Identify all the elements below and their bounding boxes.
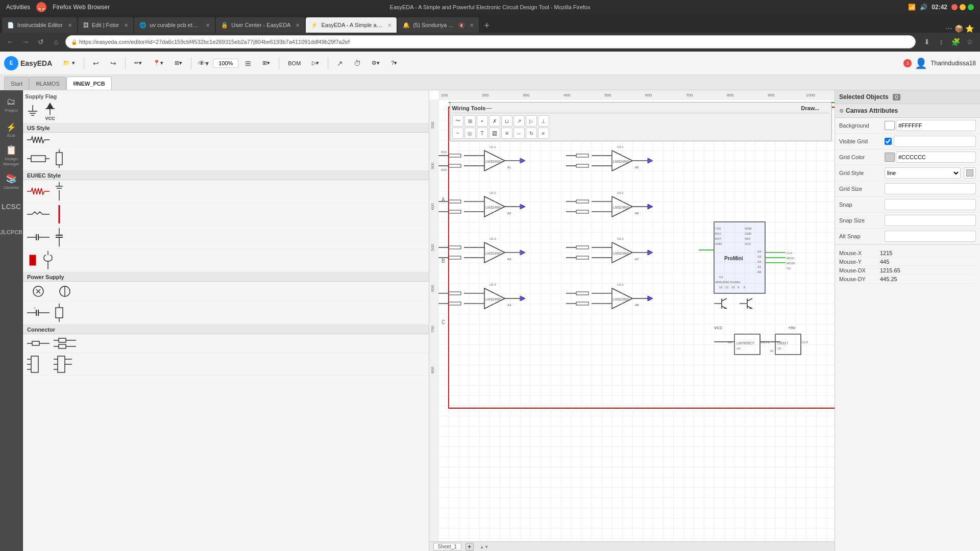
browser-tab-2[interactable]: 🖼Edit | Fotor✕: [78, 17, 134, 33]
minimize-btn[interactable]: [960, 4, 966, 10]
redo-btn[interactable]: ↪: [106, 56, 121, 71]
snap-size-input[interactable]: [885, 215, 976, 226]
address-bar[interactable]: 🔒 https://easyeda.com/editor#id=27da6c15…: [65, 35, 916, 48]
download-btn[interactable]: ⬇: [921, 36, 933, 48]
bookmark-btn[interactable]: ⭐: [965, 24, 974, 33]
wt-text[interactable]: T: [477, 128, 488, 139]
wt-probe[interactable]: ◎: [464, 128, 476, 139]
star-btn[interactable]: ☆: [964, 36, 976, 48]
grid-style-select[interactable]: line dot: [885, 167, 961, 179]
close-btn[interactable]: [951, 4, 958, 10]
tab6-mute[interactable]: 🔇: [458, 22, 464, 28]
reload-button[interactable]: ↺: [35, 36, 47, 48]
grid-style-color-btn[interactable]: [964, 167, 976, 179]
jlcpcb-btn[interactable]: JLCPCB: [1, 220, 21, 244]
maximize-btn[interactable]: [968, 4, 974, 10]
wt-wire[interactable]: 〜: [452, 115, 463, 127]
zoom-display[interactable]: 100%: [213, 59, 238, 68]
sync-btn[interactable]: ↕: [935, 36, 947, 48]
background-color-value[interactable]: #FFFFFF: [896, 120, 976, 131]
pocket-btn[interactable]: 📦: [954, 24, 963, 33]
window-controls[interactable]: [951, 4, 974, 10]
eye-btn[interactable]: 👁▾: [195, 56, 211, 71]
euiec-diag1[interactable]: [23, 203, 429, 226]
euiec-cap[interactable]: [23, 226, 429, 249]
snap-input[interactable]: [885, 199, 976, 210]
simulate-btn[interactable]: ▷▾: [307, 56, 324, 71]
zoom-fit-btn[interactable]: ⊞: [240, 56, 256, 71]
wt-align[interactable]: ≡: [538, 128, 549, 139]
sheet-tab-1[interactable]: Sheet_1: [433, 543, 461, 550]
file-menu-btn[interactable]: 📁▾: [58, 56, 80, 71]
wt-gnd[interactable]: ⊥: [538, 115, 549, 127]
doc-tab-start[interactable]: Start: [4, 77, 29, 90]
wiring-tools-panel: Wiring Tools — Draw... 〜 ⊞ • ✗ ⊔ ↗ ▷ ⊥ ~: [450, 102, 832, 141]
doc-tab-new-pcb[interactable]: ⊟ NEW_PCB: [66, 77, 112, 90]
ps-gnd1[interactable]: [23, 282, 429, 302]
browser-tab-6[interactable]: 🔔(5) Sonduriya ...🔇✕: [398, 17, 478, 33]
design-manager-btn[interactable]: 📋 DesignManager: [1, 143, 21, 168]
visible-grid-input[interactable]: [894, 136, 976, 147]
settings-btn[interactable]: ⚙▾: [367, 56, 384, 71]
grid-size-input[interactable]: [885, 183, 976, 194]
libraries-btn[interactable]: 📚 Libraries: [1, 169, 21, 193]
browser-tab-1[interactable]: 📄Instructable Editor✕: [2, 17, 77, 33]
export-btn[interactable]: ↗: [332, 56, 348, 71]
home-button[interactable]: ⌂: [50, 36, 62, 48]
visible-grid-checkbox[interactable]: [885, 138, 892, 145]
resistor-us[interactable]: [23, 133, 429, 147]
conn-multi[interactable]: [23, 353, 429, 376]
lcsc-btn[interactable]: LCSC: [1, 194, 21, 219]
route-menu-btn[interactable]: ⊞▾: [258, 56, 275, 71]
resistor-us2[interactable]: [23, 147, 429, 170]
svg-text:200: 200: [482, 93, 489, 97]
forward-button[interactable]: →: [19, 36, 32, 48]
grid-color-swatch[interactable]: [885, 153, 895, 162]
history-btn[interactable]: ⏱: [350, 56, 365, 71]
wt-power[interactable]: ▷: [526, 115, 537, 127]
browser-tab-5[interactable]: ⚡EasyEDA - A Simple and...✕: [306, 17, 397, 33]
wt-noconn[interactable]: ✗: [489, 115, 500, 127]
wt-junction[interactable]: •: [477, 115, 488, 127]
activities-label[interactable]: Activities: [6, 4, 30, 11]
wt-spice[interactable]: ~: [452, 128, 463, 139]
add-sheet-btn[interactable]: +: [465, 543, 474, 551]
canvas-attributes-label: Canvas Attributes: [846, 107, 898, 114]
arrange-menu-btn[interactable]: ⊞▾: [170, 56, 187, 71]
schematic-canvas[interactable]: A B C 2 3 4 5 6 +5V +3V: [438, 99, 835, 541]
project-panel-btn[interactable]: 🗂 Project: [1, 92, 21, 117]
bom-btn[interactable]: BOM: [283, 56, 305, 71]
wt-image[interactable]: 🖼: [489, 128, 500, 139]
euiec-r1[interactable]: [23, 180, 429, 203]
ps-elec[interactable]: +: [23, 302, 429, 324]
wt-bus[interactable]: ⊞: [464, 115, 476, 127]
notification-badge[interactable]: 3: [903, 59, 912, 67]
help-btn[interactable]: ?▾: [386, 56, 402, 71]
grid-color-value[interactable]: #CCCCCC: [896, 152, 976, 163]
canvas-area[interactable]: 100 200 300 400 500 600 700 800 900 1000…: [429, 90, 835, 551]
wt-rotate[interactable]: ↻: [526, 128, 537, 139]
wt-netflag[interactable]: ⊔: [501, 115, 512, 127]
alt-snap-input[interactable]: [885, 231, 976, 242]
pin-menu-btn[interactable]: 📍▾: [149, 56, 168, 71]
browser-tab-4[interactable]: 🔒User Center - EasyEDA✕: [216, 17, 305, 33]
elib-panel-btn[interactable]: ⚡ ELib: [1, 118, 21, 142]
more-tools-btn[interactable]: ⋯: [945, 24, 952, 33]
canvas-attributes-header: ⚙ Canvas Attributes: [835, 104, 980, 118]
gnd-symbol[interactable]: [25, 104, 40, 118]
doc-tab-lamos[interactable]: ⊞ LAMOS: [29, 77, 66, 90]
wt-bus-entry[interactable]: ↗: [513, 115, 525, 127]
addon-btn[interactable]: 🧩: [949, 36, 962, 48]
draw-menu-btn[interactable]: ✏▾: [130, 56, 146, 71]
wt-cross[interactable]: ✕: [501, 128, 512, 139]
conn-single[interactable]: [23, 334, 429, 353]
back-button[interactable]: ←: [4, 36, 16, 48]
vcc-symbol[interactable]: VCC: [42, 102, 58, 121]
euiec-bat[interactable]: [23, 249, 429, 272]
wt-mirror[interactable]: ↔: [513, 128, 525, 139]
wiring-tools-minimize[interactable]: —: [485, 105, 492, 112]
undo-btn[interactable]: ↩: [88, 56, 104, 71]
new-tab-button[interactable]: +: [480, 18, 494, 33]
browser-tab-3[interactable]: 🌐uv curable pcb etching...✕: [134, 17, 215, 33]
background-color-swatch[interactable]: [885, 121, 895, 130]
